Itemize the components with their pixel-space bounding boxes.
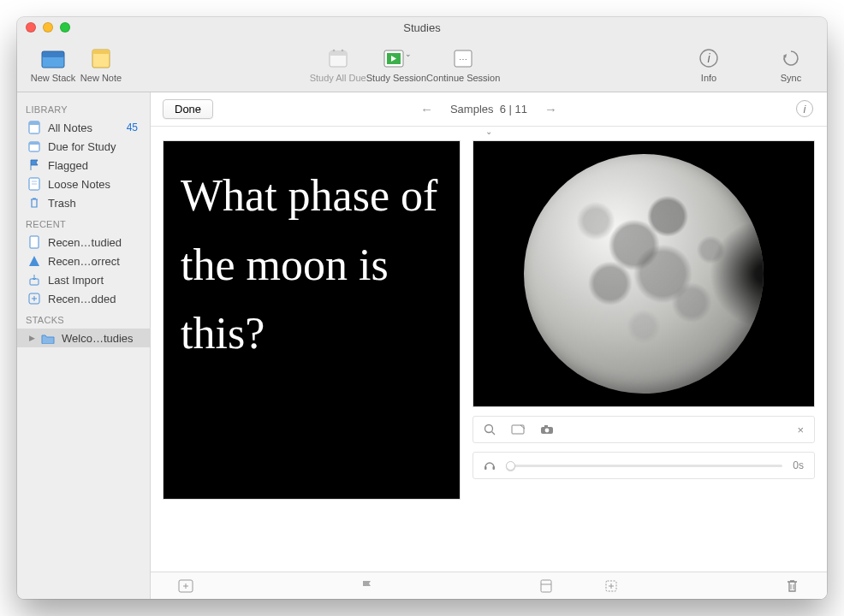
headphones-icon[interactable] [484,459,496,471]
window-controls [26,22,70,33]
svg-line-29 [492,432,496,435]
info-button[interactable]: i Info [685,46,733,83]
prev-note-button[interactable]: ← [420,102,433,116]
sidebar-label: Recen…tudied [48,236,122,249]
sync-icon [777,46,805,70]
toolbar-label: Info [701,73,716,83]
note-icon [87,46,115,70]
scrubber-knob[interactable] [506,461,515,471]
svg-rect-24 [30,236,39,248]
next-note-button[interactable]: → [544,102,557,116]
sync-button[interactable]: Sync [767,46,815,83]
sidebar-label: Last Import [48,274,104,287]
svg-point-28 [485,425,493,433]
breadcrumb-text: Samples 6 | 11 [450,103,527,116]
sidebar-item-last-import[interactable]: Last Import [17,270,150,289]
continue-session-button[interactable]: ⋯ Continue Session [426,46,500,83]
toolbar: New Stack New Note Study All Due ⌄ Study… [17,38,827,92]
sidebar-item-recent-studied[interactable]: Recen…tudied [17,233,150,252]
svg-rect-4 [92,50,110,54]
editor-topbar: Done ← Samples 6 | 11 → i [151,92,827,127]
toolbar-label: New Note [80,73,122,83]
sidebar-section-recent: RECENT [17,212,150,233]
style-dropdown-row: ⌄ [151,127,827,135]
notes-icon [27,121,41,134]
sidebar-label: All Notes [48,121,92,134]
toolbar-label: Continue Session [426,73,500,83]
svg-rect-18 [29,121,39,125]
added-icon [27,292,41,305]
zoom-window-button[interactable] [60,22,70,33]
sidebar-item-due[interactable]: Due for Study [17,137,150,156]
audio-scrubber[interactable] [506,465,782,467]
svg-rect-33 [544,425,548,428]
continue-icon: ⋯ [449,46,477,70]
study-all-due-button[interactable]: Study All Due [310,46,366,83]
note-info-button[interactable]: i [796,100,813,117]
search-icon[interactable] [484,424,496,435]
sidebar-item-trash[interactable]: Trash [17,193,150,212]
minimize-window-button[interactable] [43,22,53,33]
svg-rect-34 [484,466,487,470]
add-facet-button[interactable] [166,579,205,593]
sidebar-section-library: LIBRARY [17,98,150,118]
warning-icon [27,254,41,268]
info-italic-icon: i [804,103,806,116]
camera-icon[interactable] [540,424,554,435]
sidebar-label: Welco…tudies [62,332,134,345]
answer-card[interactable] [473,140,815,407]
folder-icon [41,331,55,345]
svg-rect-37 [541,580,551,592]
sidebar-item-recent-incorrect[interactable]: Recen…orrect [17,252,150,270]
svg-marker-25 [29,256,39,266]
editor-footer [151,572,827,599]
window-body: LIBRARY All Notes 45 Due for Study Flagg… [17,92,827,599]
new-note-button[interactable]: New Note [77,46,125,83]
style-dropdown[interactable]: ⌄ [485,127,492,136]
svg-point-32 [545,429,550,433]
recent-studied-icon [27,235,41,249]
sidebar-item-stack-welcome[interactable]: ▶ Welco…tudies [17,329,150,347]
close-window-button[interactable] [26,22,36,33]
done-button[interactable]: Done [163,99,213,119]
sidebar: LIBRARY All Notes 45 Due for Study Flagg… [17,92,151,599]
study-session-button[interactable]: ⌄ Study Session [366,46,426,83]
sidebar-label: Loose Notes [48,178,110,191]
titlebar: Studies [17,17,827,38]
add-card-button[interactable] [591,579,631,593]
sidebar-label: Trash [48,197,76,210]
moon-image [524,154,764,394]
svg-text:⋯: ⋯ [459,55,467,64]
play-session-icon: ⌄ [383,46,410,70]
clear-media-button[interactable]: × [797,424,804,436]
svg-rect-1 [42,51,64,57]
sidebar-item-all-notes[interactable]: All Notes 45 [17,118,150,137]
svg-point-8 [341,50,343,52]
sidebar-section-stacks: STACKS [17,308,150,329]
media-toolbar: × [473,416,815,443]
toolbar-label: Sync [781,73,801,83]
calendar-small-icon [27,139,41,153]
app-window: Studies New Stack New Note Study All Due [17,17,827,599]
window-title: Studies [17,21,827,34]
sidebar-item-recent-added[interactable]: Recen…dded [17,289,150,308]
audio-panel: 0s [473,452,815,479]
new-stack-button[interactable]: New Stack [29,46,77,83]
info-icon: i [695,46,722,70]
sidebar-label: Recen…dded [48,293,116,305]
stack-name: Samples [450,103,494,116]
delete-note-button[interactable] [772,579,811,593]
flag-note-button[interactable] [347,579,386,593]
calendar-icon [324,46,352,70]
disclosure-triangle-icon[interactable]: ▶ [27,334,36,342]
import-icon [27,273,41,287]
card-layout-button[interactable] [526,579,566,593]
question-card[interactable]: What phase of the moon is this? [163,140,461,500]
flag-icon [27,158,41,172]
loose-notes-icon [27,177,41,191]
screenshot-icon[interactable] [511,424,525,435]
toolbar-label: New Stack [31,73,76,83]
sidebar-item-flagged[interactable]: Flagged [17,156,150,175]
sidebar-item-loose[interactable]: Loose Notes [17,175,150,193]
stack-icon [39,46,67,70]
